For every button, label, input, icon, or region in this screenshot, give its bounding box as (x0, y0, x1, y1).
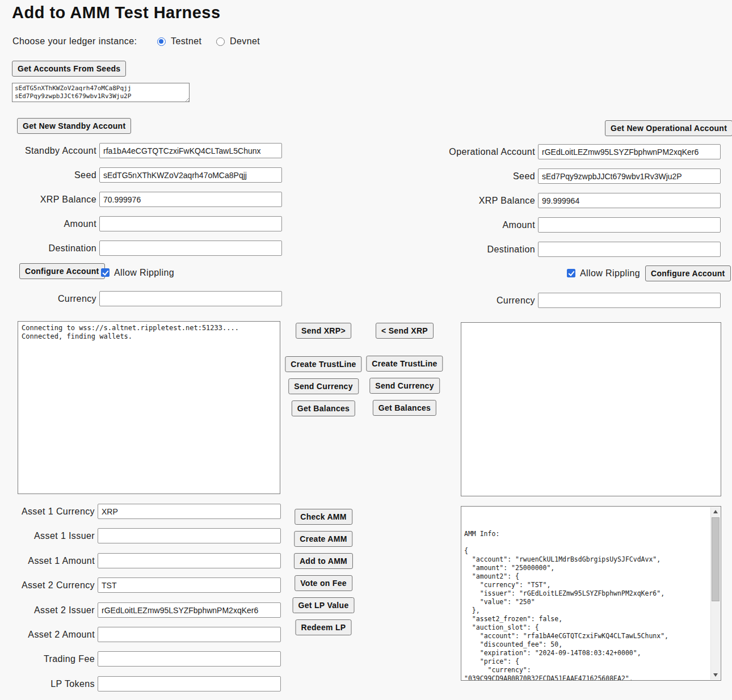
operational-account-input[interactable] (538, 144, 721, 159)
standby-allow-rippling-label: Allow Rippling (114, 268, 174, 278)
operational-get-balances-button[interactable]: Get Balances (373, 400, 436, 416)
get-accounts-from-seeds-button[interactable]: Get Accounts From Seeds (12, 61, 126, 77)
add-to-amm-button[interactable]: Add to AMM (294, 553, 353, 569)
scrollbar-thumb[interactable] (712, 517, 720, 601)
vote-on-fee-button[interactable]: Vote on Fee (295, 575, 352, 591)
lp-tokens-label: LP Tokens (0, 679, 95, 689)
operational-account-label: Operational Account (437, 147, 535, 157)
testnet-radio[interactable] (157, 37, 166, 46)
ledger-instance-label: Choose your ledger instance: (12, 36, 137, 47)
check-amm-button[interactable]: Check AMM (295, 509, 352, 525)
standby-xrp-balance-label: XRP Balance (0, 195, 96, 205)
operational-currency-label: Currency (437, 296, 535, 306)
standby-allow-rippling-checkbox[interactable] (101, 268, 110, 277)
trading-fee-label: Trading Fee (0, 654, 95, 664)
standby-create-trustline-button[interactable]: Create TrustLine (285, 356, 361, 372)
operational-destination-input[interactable] (538, 242, 721, 257)
redeem-lp-button[interactable]: Redeem LP (296, 619, 352, 635)
asset2-issuer-input[interactable] (98, 602, 281, 618)
standby-seed-label: Seed (0, 170, 96, 180)
operational-create-trustline-button[interactable]: Create TrustLine (366, 356, 443, 372)
operational-allow-rippling-checkbox[interactable] (567, 269, 575, 277)
operational-seed-label: Seed (437, 171, 535, 182)
scroll-down-icon[interactable] (711, 670, 721, 680)
standby-xrp-balance-input[interactable] (99, 192, 282, 207)
operational-amount-label: Amount (437, 220, 535, 230)
standby-currency-input[interactable] (99, 291, 282, 306)
seeds-textarea[interactable]: sEdTG5nXThKWZoV2aqrh47oMCa8Pqjj sEd7Pqy9… (12, 83, 190, 102)
devnet-radio[interactable] (216, 37, 225, 46)
standby-account-label: Standby Account (0, 146, 96, 156)
standby-destination-input[interactable] (99, 241, 282, 256)
scrollbar[interactable] (710, 507, 720, 680)
asset1-currency-input[interactable] (98, 504, 281, 519)
trading-fee-input[interactable] (98, 651, 281, 667)
standby-send-xrp-button[interactable]: Send XRP> (296, 323, 351, 339)
create-amm-button[interactable]: Create AMM (294, 531, 352, 547)
standby-configure-account-button[interactable]: Configure Account (19, 263, 105, 279)
get-new-operational-account-button[interactable]: Get New Operational Account (605, 120, 732, 136)
standby-send-currency-button[interactable]: Send Currency (288, 378, 359, 394)
testnet-radio-label[interactable]: Testnet (171, 36, 201, 47)
asset2-amount-label: Asset 2 Amount (0, 630, 95, 640)
operational-amount-input[interactable] (538, 217, 721, 233)
standby-seed-input[interactable] (99, 167, 282, 183)
standby-account-input[interactable] (99, 143, 282, 158)
standby-destination-label: Destination (0, 243, 96, 254)
operational-seed-input[interactable] (538, 168, 721, 184)
operational-allow-rippling-label: Allow Rippling (580, 268, 640, 279)
asset2-currency-input[interactable] (98, 577, 281, 593)
asset1-issuer-label: Asset 1 Issuer (0, 531, 95, 541)
asset1-currency-label: Asset 1 Currency (0, 507, 95, 517)
get-lp-value-button[interactable]: Get LP Value (293, 597, 355, 613)
asset2-currency-label: Asset 2 Currency (0, 580, 95, 591)
page-title: Add to AMM Test Harness (12, 3, 221, 22)
operational-destination-label: Destination (437, 244, 535, 255)
standby-currency-label: Currency (0, 294, 96, 304)
operational-currency-input[interactable] (538, 293, 721, 308)
operational-configure-account-button[interactable]: Configure Account (645, 265, 731, 281)
standby-amount-input[interactable] (99, 216, 282, 231)
devnet-radio-label[interactable]: Devnet (230, 36, 260, 47)
lp-tokens-input[interactable] (98, 676, 281, 691)
asset2-amount-input[interactable] (98, 627, 281, 642)
asset2-issuer-label: Asset 2 Issuer (0, 605, 95, 615)
standby-amount-label: Amount (0, 219, 96, 229)
standby-get-balances-button[interactable]: Get Balances (292, 400, 355, 416)
operational-send-xrp-button[interactable]: < Send XRP (376, 323, 434, 339)
operational-xrp-balance-input[interactable] (538, 193, 721, 208)
operational-send-currency-button[interactable]: Send Currency (369, 378, 440, 394)
asset1-issuer-input[interactable] (98, 528, 281, 543)
asset1-amount-label: Asset 1 Amount (0, 556, 95, 566)
amm-info-content: AMM Info: { "account": "rwuenCkUL1MdrBsd… (461, 528, 721, 681)
asset1-amount-input[interactable] (98, 553, 281, 568)
scroll-up-icon[interactable] (711, 507, 721, 517)
standby-results-textarea[interactable]: Connecting to wss://s.altnet.rippletest.… (18, 321, 280, 494)
amm-info-textarea[interactable]: AMM Info: { "account": "rwuenCkUL1MdrBsd… (461, 506, 721, 681)
operational-results-textarea[interactable] (461, 322, 721, 496)
operational-xrp-balance-label: XRP Balance (437, 196, 535, 206)
get-new-standby-account-button[interactable]: Get New Standby Account (17, 118, 131, 134)
